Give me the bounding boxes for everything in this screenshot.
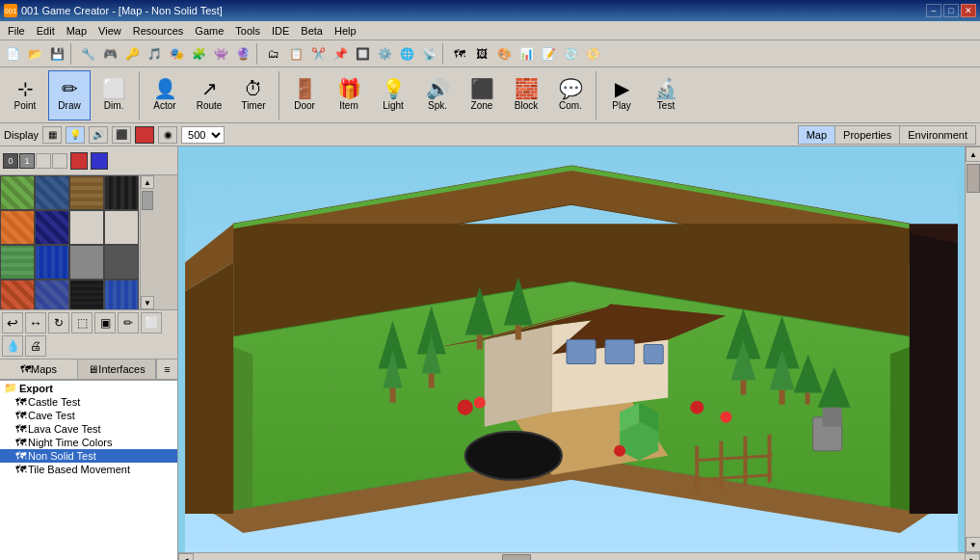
tb-btn-6[interactable]: 🧩 <box>188 43 209 65</box>
menu-view[interactable]: View <box>93 24 127 38</box>
tb-btn-18[interactable]: 🖼 <box>471 43 492 65</box>
tile-red[interactable] <box>0 280 35 310</box>
scroll-down-arrow[interactable]: ▼ <box>966 537 980 552</box>
tile-grass[interactable] <box>0 175 35 210</box>
tb-btn-13[interactable]: 🔲 <box>352 43 373 65</box>
tool-draw[interactable]: ✏ Draw <box>48 70 91 120</box>
tb-btn-11[interactable]: ✂️ <box>307 43 329 65</box>
menu-help[interactable]: Help <box>329 24 362 38</box>
palette-scroll-up[interactable]: ▲ <box>141 175 154 189</box>
tool-point[interactable]: ⊹ Point <box>4 70 46 120</box>
tool-block[interactable]: 🧱 Block <box>505 70 547 120</box>
menu-resources[interactable]: Resources <box>127 24 190 38</box>
display-light-btn[interactable]: 💡 <box>66 126 85 144</box>
tb-btn-23[interactable]: 📀 <box>582 43 603 65</box>
minimize-button[interactable]: – <box>926 4 941 17</box>
tile-dark[interactable] <box>104 175 139 210</box>
menu-game[interactable]: Game <box>189 24 229 38</box>
tab-properties[interactable]: Properties <box>835 126 900 144</box>
h-scroll-left-arrow[interactable]: ◄ <box>178 553 194 561</box>
display-grid-btn[interactable]: ▦ <box>42 126 62 144</box>
menu-ide[interactable]: IDE <box>266 24 295 38</box>
new-button[interactable]: 📄 <box>2 43 23 65</box>
tb-btn-12[interactable]: 📌 <box>330 43 351 65</box>
tool-light[interactable]: 💡 Light <box>372 70 414 120</box>
tb-btn-4[interactable]: 🎵 <box>144 43 165 65</box>
scroll-thumb[interactable] <box>967 164 980 193</box>
open-button[interactable]: 📂 <box>24 43 45 65</box>
menu-file[interactable]: File <box>2 24 31 38</box>
menu-tools[interactable]: Tools <box>229 24 266 38</box>
tab-map[interactable]: Map <box>799 126 835 144</box>
palette-scroll-down[interactable]: ▼ <box>141 296 154 309</box>
tile-blank1[interactable] <box>69 210 104 245</box>
secondary-color-swatch[interactable] <box>91 152 108 170</box>
palette-eraser-btn[interactable]: ⬜ <box>141 312 162 333</box>
tb-btn-17[interactable]: 🗺 <box>449 43 470 65</box>
tb-btn-22[interactable]: 💿 <box>560 43 581 65</box>
tb-btn-9[interactable]: 🗂 <box>263 43 284 65</box>
tile-dirt[interactable] <box>69 175 104 210</box>
palette-select-btn[interactable]: ⬚ <box>71 312 93 333</box>
h-scroll-thumb[interactable] <box>502 554 531 560</box>
close-button[interactable]: ✕ <box>961 4 976 17</box>
tool-play[interactable]: ▶ Play <box>600 70 643 120</box>
layer-1-btn[interactable]: 1 <box>19 153 35 169</box>
tool-route[interactable]: ↗ Route <box>188 70 230 120</box>
tb-btn-2[interactable]: 🎮 <box>99 43 120 65</box>
layer-0-btn[interactable]: 0 <box>3 153 18 169</box>
tile-darkblue[interactable] <box>35 210 69 245</box>
display-solid-btn[interactable]: ⬛ <box>112 126 131 144</box>
h-scroll-right-arrow[interactable]: ► <box>965 553 980 561</box>
tool-spk[interactable]: 🔊 Spk. <box>416 70 459 120</box>
tile-blue2[interactable] <box>35 245 69 280</box>
map-canvas-area[interactable] <box>178 147 965 552</box>
tree-item-lava-cave-test[interactable]: 🗺 Lava Cave Test <box>0 422 177 436</box>
left-tab-interfaces[interactable]: 🖥 Interfaces <box>78 360 156 379</box>
tile-gray[interactable] <box>69 245 104 280</box>
scroll-up-arrow[interactable]: ▲ <box>966 147 980 162</box>
tb-btn-15[interactable]: 🌐 <box>396 43 417 65</box>
tile-black2[interactable] <box>69 280 104 310</box>
tb-btn-5[interactable]: 🎭 <box>166 43 187 65</box>
tile-blue3[interactable] <box>35 280 69 310</box>
tb-btn-19[interactable]: 🎨 <box>493 43 515 65</box>
tab-environment[interactable]: Environment <box>900 126 975 144</box>
tb-btn-1[interactable]: 🔧 <box>77 43 98 65</box>
tb-btn-7[interactable]: 👾 <box>210 43 231 65</box>
palette-pencil-btn[interactable]: ✏ <box>118 312 139 333</box>
layer-3-btn[interactable] <box>52 153 67 169</box>
tb-btn-10[interactable]: 📋 <box>285 43 306 65</box>
display-option-btn[interactable]: ◉ <box>158 126 177 144</box>
tb-btn-8[interactable]: 🔮 <box>232 43 253 65</box>
tree-item-cave-test[interactable]: 🗺 Cave Test <box>0 409 177 422</box>
tb-btn-20[interactable]: 📊 <box>516 43 537 65</box>
tree-item-night-time-colors[interactable]: 🗺 Night Time Colors <box>0 436 177 449</box>
palette-stamp-btn[interactable]: 🖨 <box>25 335 46 357</box>
tile-blank2[interactable] <box>104 210 139 245</box>
tile-green2[interactable] <box>0 245 35 280</box>
tb-btn-3[interactable]: 🔑 <box>121 43 143 65</box>
tool-test[interactable]: 🔬 Test <box>645 70 687 120</box>
left-panel-options-btn[interactable]: ≡ <box>156 360 177 379</box>
menu-map[interactable]: Map <box>61 24 93 38</box>
save-button[interactable]: 💾 <box>46 43 67 65</box>
tb-btn-14[interactable]: ⚙️ <box>374 43 395 65</box>
palette-flip-h-btn[interactable]: ↔ <box>25 312 46 333</box>
tree-item-castle-test[interactable]: 🗺 Castle Test <box>0 395 177 409</box>
palette-eyedrop-btn[interactable]: 💧 <box>2 335 23 357</box>
palette-rotate-btn[interactable]: ↻ <box>48 312 69 333</box>
zoom-select[interactable]: 500 100 200 300 400 600 700 800 <box>181 126 225 144</box>
display-color-btn[interactable] <box>135 126 154 144</box>
palette-fill-btn[interactable]: ▣ <box>94 312 116 333</box>
menu-edit[interactable]: Edit <box>31 24 61 38</box>
tb-btn-16[interactable]: 📡 <box>418 43 439 65</box>
tb-btn-21[interactable]: 📝 <box>538 43 559 65</box>
display-audio-btn[interactable]: 🔊 <box>89 126 108 144</box>
tool-com[interactable]: 💬 Com. <box>549 70 592 120</box>
menu-beta[interactable]: Beta <box>295 24 329 38</box>
tile-blue4[interactable] <box>104 280 139 310</box>
tile-orange[interactable] <box>0 210 35 245</box>
tree-export-folder[interactable]: 📁 Export <box>0 381 177 395</box>
tool-door[interactable]: 🚪 Door <box>283 70 326 120</box>
